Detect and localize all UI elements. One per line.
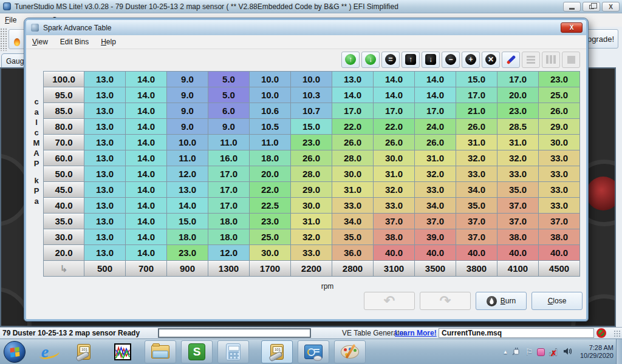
table-cell[interactable]: 28.0: [332, 150, 373, 166]
table-cell[interactable]: 13.0: [167, 182, 208, 197]
table-cell[interactable]: 13.0: [84, 166, 125, 181]
table-cell[interactable]: 14.0: [126, 198, 166, 213]
table-cell[interactable]: 10.6: [250, 103, 290, 118]
table-cell[interactable]: 33.0: [456, 166, 497, 181]
table-cell[interactable]: 33.0: [497, 166, 538, 181]
table-cell[interactable]: 32.0: [291, 229, 332, 244]
table-cell[interactable]: 9.0: [167, 119, 208, 134]
table-cell[interactable]: 22.0: [374, 119, 414, 134]
table-cell[interactable]: 32.0: [497, 150, 538, 166]
table-cell[interactable]: 31.0: [497, 135, 538, 150]
table-cell[interactable]: 30.0: [291, 198, 332, 213]
table-cell[interactable]: 10.0: [250, 72, 290, 87]
table-cell[interactable]: 10.0: [167, 135, 208, 150]
table-cell[interactable]: 37.0: [497, 214, 538, 229]
table-cell[interactable]: 14.0: [126, 135, 166, 150]
table-cell[interactable]: 15.0: [291, 119, 332, 134]
menu-help[interactable]: Help: [95, 38, 122, 46]
table-cell[interactable]: 14.0: [126, 166, 166, 181]
table-cell[interactable]: 14.0: [126, 182, 166, 197]
undo-button[interactable]: ↶: [364, 292, 415, 310]
table-cell[interactable]: 22.0: [250, 182, 290, 197]
table-cell[interactable]: 26.0: [456, 119, 497, 134]
megalogviewer-icon[interactable]: [111, 342, 135, 362]
table-cell[interactable]: 25.0: [250, 229, 290, 244]
resize-grip[interactable]: [613, 330, 621, 337]
internet-explorer-icon[interactable]: e: [33, 342, 57, 362]
table-cell[interactable]: 9.0: [167, 72, 208, 87]
shift-up-icon[interactable]: ↑: [402, 52, 420, 68]
decrement-icon[interactable]: −: [442, 52, 460, 68]
table-cell[interactable]: 21.0: [456, 103, 497, 118]
table-cell[interactable]: 13.0: [84, 229, 125, 244]
table-cell[interactable]: 28.5: [497, 119, 538, 134]
decrease-selected-icon[interactable]: ↓: [361, 52, 380, 68]
table-cell[interactable]: 14.0: [374, 87, 414, 103]
safely-remove-hardware-icon[interactable]: [512, 347, 521, 357]
start-button[interactable]: [4, 341, 26, 363]
calculator-button[interactable]: [217, 340, 249, 363]
table-cell[interactable]: 23.0: [497, 103, 538, 118]
table-cell[interactable]: 14.0: [126, 72, 166, 87]
table-cell[interactable]: 37.0: [539, 214, 579, 229]
table-cell[interactable]: 13.0: [84, 135, 125, 150]
table-cell[interactable]: 31.0: [291, 214, 332, 229]
display-settings-button[interactable]: [298, 340, 329, 363]
table-cell[interactable]: 25.0: [539, 87, 579, 103]
table-cell[interactable]: 16.0: [208, 150, 249, 166]
table-cell[interactable]: 23.0: [167, 245, 208, 260]
table-cell[interactable]: 10.0: [250, 87, 290, 103]
pink-app-tray-icon[interactable]: [537, 348, 545, 356]
table-cell[interactable]: 33.0: [332, 198, 373, 213]
table-cell[interactable]: 23.0: [539, 72, 579, 87]
table-cell[interactable]: 18.0: [167, 229, 208, 244]
close-button[interactable]: Close: [531, 292, 583, 310]
table-cell[interactable]: 12.0: [208, 245, 249, 260]
dialog-close-icon[interactable]: X: [561, 22, 583, 33]
shift-down-icon[interactable]: ↓: [422, 52, 440, 68]
clear-icon[interactable]: ✕: [482, 52, 500, 68]
learn-more-link[interactable]: Learn More!: [395, 329, 437, 337]
table-cell[interactable]: 34.0: [332, 214, 373, 229]
table-cell[interactable]: 14.0: [126, 150, 166, 166]
volume-icon[interactable]: [563, 347, 572, 357]
table-cell[interactable]: 10.5: [250, 119, 290, 134]
table-cell[interactable]: 35.0: [456, 198, 497, 213]
table-cell[interactable]: 37.0: [456, 214, 497, 229]
table-cell[interactable]: 14.0: [415, 87, 456, 103]
table-cell[interactable]: 40.0: [374, 245, 414, 260]
table-cell[interactable]: 14.0: [167, 198, 208, 213]
table-cell[interactable]: 38.0: [374, 229, 414, 244]
table-cell[interactable]: 13.0: [84, 119, 125, 134]
table-cell[interactable]: 23.0: [291, 135, 332, 150]
table-cell[interactable]: 18.0: [208, 229, 249, 244]
table-cell[interactable]: 30.0: [250, 245, 290, 260]
table-cell[interactable]: 14.0: [126, 214, 166, 229]
table-cell[interactable]: 30.0: [539, 135, 579, 150]
table-cell[interactable]: 5.0: [208, 87, 249, 103]
table-cell[interactable]: 11.0: [208, 135, 249, 150]
close-icon[interactable]: X: [602, 2, 620, 12]
table-cell[interactable]: 39.0: [415, 229, 456, 244]
table-cell[interactable]: 11.0: [167, 150, 208, 166]
table-cell[interactable]: 9.0: [167, 87, 208, 103]
table-cell[interactable]: 29.0: [291, 182, 332, 197]
table-cell[interactable]: 18.0: [250, 150, 290, 166]
table-cell[interactable]: 13.0: [84, 182, 125, 197]
menu-view[interactable]: View: [26, 38, 54, 46]
table-cell[interactable]: 14.0: [374, 72, 414, 87]
show-desktop-button[interactable]: [616, 339, 622, 364]
menu-file[interactable]: File: [0, 16, 21, 24]
green-s-app-button[interactable]: S: [181, 340, 213, 363]
table-cell[interactable]: 10.0: [291, 72, 332, 87]
table-cell[interactable]: 30.0: [374, 150, 414, 166]
minimize-icon[interactable]: [563, 2, 581, 12]
table-cell[interactable]: 13.0: [84, 150, 125, 166]
maximize-icon[interactable]: [583, 2, 600, 12]
tunerstudio-active-button[interactable]: [261, 340, 293, 363]
table-cell[interactable]: 31.0: [374, 166, 414, 181]
table-cell[interactable]: 14.0: [126, 119, 166, 134]
increment-icon[interactable]: +: [462, 52, 480, 68]
table-cell[interactable]: 13.0: [84, 245, 125, 260]
select-rows-icon[interactable]: [522, 52, 540, 68]
